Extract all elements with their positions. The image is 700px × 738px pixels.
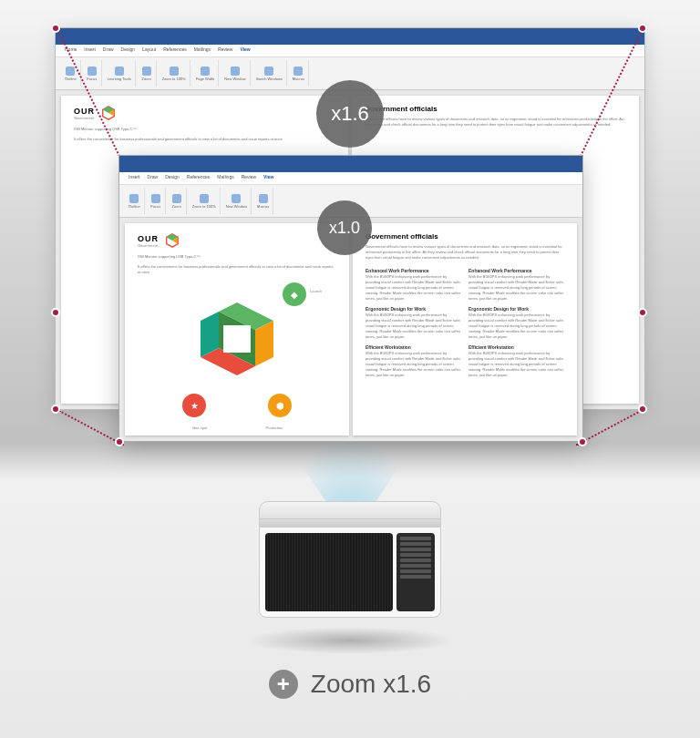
corner-marker bbox=[115, 437, 124, 446]
ribbon-tab: Mailings bbox=[194, 46, 211, 56]
section-heading: Enhanced Work Performance bbox=[468, 268, 564, 273]
hexagon-3d-icon bbox=[173, 284, 301, 412]
ribbon-tab: Insert bbox=[129, 174, 140, 184]
page-heading: Government officials bbox=[365, 232, 564, 241]
intro-text: Government officials have to review vari… bbox=[365, 117, 626, 128]
section-heading: Enhanced Work Performance bbox=[365, 268, 461, 273]
ribbon-tab: Design bbox=[165, 174, 180, 184]
section-text: With the BU60PS enhancing work performan… bbox=[365, 351, 461, 378]
ribbon-header bbox=[56, 28, 644, 45]
ribbon-tab: References bbox=[187, 174, 211, 184]
section-text: With the BU60PS enhancing work performan… bbox=[468, 274, 564, 302]
ribbon-tab: Layout bbox=[142, 46, 156, 56]
ribbon-tab: Review bbox=[218, 46, 232, 56]
port bbox=[400, 564, 431, 568]
corner-marker bbox=[638, 308, 647, 317]
brand-label: OUR bbox=[74, 107, 95, 116]
ribbon-tabs: Home Insert Draw Design Layout Reference… bbox=[56, 45, 644, 57]
section-heading: Ergonomic Design for Work bbox=[365, 306, 461, 312]
brand-sublabel: Government bbox=[74, 116, 95, 120]
plus-icon: + bbox=[269, 670, 298, 699]
info-label: Production bbox=[252, 425, 297, 430]
ribbon-tab-active: View bbox=[240, 46, 250, 56]
ribbon-header bbox=[119, 156, 582, 172]
port bbox=[400, 575, 431, 579]
projector-grille bbox=[265, 533, 393, 611]
section-heading: Ergonomic Design for Work bbox=[468, 306, 564, 312]
corner-marker bbox=[578, 437, 587, 446]
info-circle-top: ◆ bbox=[283, 282, 306, 306]
section-heading: Efficient Workstation bbox=[468, 344, 564, 350]
section-text: With the BU60PS enhancing work performan… bbox=[468, 351, 564, 378]
body-text: It offers the convenience for business p… bbox=[138, 264, 336, 275]
info-label: Idea spot bbox=[177, 425, 222, 430]
corner-marker bbox=[638, 405, 647, 414]
intro-text: Government officials have to review vari… bbox=[365, 244, 564, 261]
info-label: Launch bbox=[310, 289, 349, 293]
zoom-caption: + Zoom x1.6 bbox=[0, 670, 700, 699]
ribbon-tab: Draw bbox=[103, 46, 114, 56]
projector-top bbox=[259, 501, 441, 519]
port bbox=[400, 542, 431, 546]
projector-ports-panel bbox=[396, 533, 435, 611]
corner-marker bbox=[51, 24, 60, 33]
port bbox=[400, 548, 431, 551]
port bbox=[400, 537, 431, 540]
page-heading: Government officials bbox=[365, 105, 626, 113]
corner-marker bbox=[51, 405, 60, 414]
page-right: Government officials Government official… bbox=[353, 223, 577, 436]
projected-screen-small: Insert Draw Design References Mailings R… bbox=[118, 155, 583, 442]
page-left: OUR Government IGB Monitor supporting US… bbox=[125, 223, 349, 436]
hexagon-infographic: ◆ Launch ★ Idea spot ⬢ Production bbox=[173, 284, 301, 412]
subtitle-text: IGB Monitor supporting USB Type-C™ bbox=[74, 127, 335, 132]
projector-body bbox=[259, 527, 441, 618]
info-circle-right: ⬢ bbox=[268, 394, 292, 417]
section-text: With the BU60PS enhancing work performan… bbox=[365, 274, 461, 302]
section-text: With the BU60PS enhancing work performan… bbox=[365, 313, 461, 340]
info-circle-left: ★ bbox=[182, 394, 206, 417]
port bbox=[400, 569, 431, 573]
corner-marker bbox=[51, 308, 60, 317]
ribbon-tab: Insert bbox=[84, 46, 96, 56]
section-heading: Efficient Workstation bbox=[365, 344, 461, 350]
ribbon-tab: Mailings bbox=[217, 174, 233, 184]
projector-device bbox=[259, 501, 441, 629]
section-text: With the BU60PS enhancing work performan… bbox=[468, 313, 564, 340]
brand-sublabel: Government bbox=[138, 243, 159, 248]
port bbox=[400, 559, 431, 562]
ribbon-tabs: Insert Draw Design References Mailings R… bbox=[119, 172, 582, 185]
zoom-badge-large: x1.6 bbox=[316, 80, 384, 148]
hexagon-logo-icon bbox=[164, 232, 180, 249]
svg-marker-12 bbox=[223, 325, 251, 353]
caption-text: Zoom x1.6 bbox=[311, 670, 431, 699]
port bbox=[400, 553, 431, 557]
subtitle-text: IGB Monitor supporting USB Type-C™ bbox=[138, 254, 336, 260]
brand-label: OUR bbox=[138, 234, 159, 243]
ribbon-tab: Draw bbox=[148, 174, 159, 184]
ribbon-tab: Design bbox=[121, 46, 136, 56]
zoom-badge-small: x1.0 bbox=[317, 200, 372, 255]
projector-lens-strip bbox=[259, 519, 441, 527]
corner-marker bbox=[638, 24, 647, 33]
ribbon-tab-active: View bbox=[263, 174, 273, 184]
hexagon-logo-icon bbox=[100, 105, 117, 121]
projector-shadow bbox=[246, 627, 454, 654]
ribbon-tab: References bbox=[163, 46, 187, 56]
ribbon-tab: Review bbox=[242, 174, 256, 184]
